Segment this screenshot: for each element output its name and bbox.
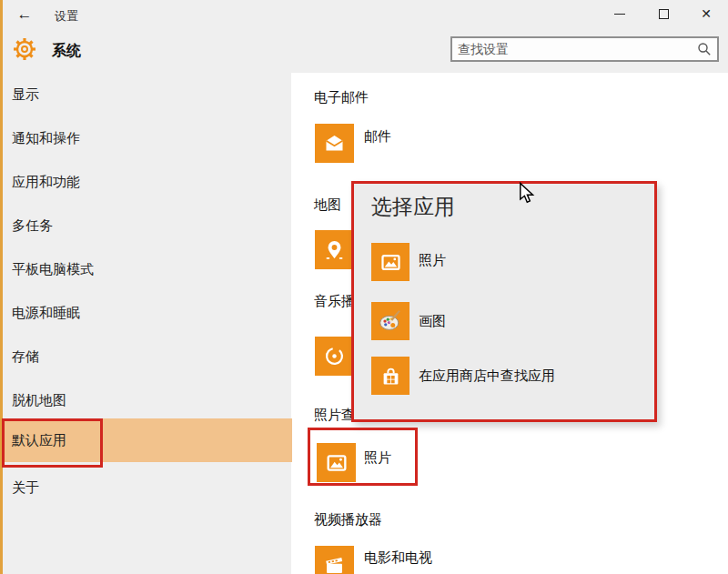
popup-item-photos-label[interactable]: 照片 bbox=[419, 252, 446, 269]
movies-icon bbox=[322, 553, 347, 574]
popup-item-photos-tile[interactable] bbox=[371, 243, 410, 281]
mail-app-tile[interactable] bbox=[315, 124, 354, 163]
search-icon[interactable] bbox=[695, 42, 713, 56]
photos-icon bbox=[324, 450, 349, 476]
photos-app-label[interactable]: 照片 bbox=[364, 449, 391, 467]
section-header-email: 电子邮件 bbox=[314, 89, 369, 106]
maps-app-tile[interactable] bbox=[315, 230, 354, 269]
gear-icon bbox=[12, 36, 37, 62]
sidebar-item-offline-maps[interactable]: 脱机地图 bbox=[3, 378, 292, 422]
mail-app-label[interactable]: 邮件 bbox=[364, 128, 391, 146]
music-icon bbox=[322, 344, 347, 368]
sidebar-item-multitasking[interactable]: 多任务 bbox=[3, 204, 292, 247]
sidebar-item-default-apps[interactable]: 默认应用 bbox=[3, 418, 292, 462]
search-box[interactable] bbox=[450, 36, 719, 62]
sidebar-item-notifications[interactable]: 通知和操作 bbox=[3, 116, 292, 160]
popup-item-paint-label[interactable]: 画图 bbox=[419, 313, 446, 330]
popup-item-paint-tile[interactable] bbox=[371, 302, 410, 340]
section-header-video-player: 视频播放器 bbox=[314, 511, 382, 529]
sidebar-item-about[interactable]: 关于 bbox=[3, 466, 292, 509]
close-icon: ✕ bbox=[701, 7, 712, 20]
page-title: 系统 bbox=[52, 42, 81, 61]
search-input[interactable] bbox=[452, 42, 695, 56]
close-button[interactable]: ✕ bbox=[687, 0, 725, 27]
sidebar-item-display[interactable]: 显示 bbox=[3, 73, 292, 116]
back-arrow-icon: ← bbox=[17, 5, 33, 24]
popup-title: 选择应用 bbox=[371, 193, 455, 221]
photos-app-tile[interactable] bbox=[317, 443, 356, 482]
sidebar-item-tablet-mode[interactable]: 平板电脑模式 bbox=[3, 247, 292, 291]
sidebar-item-apps-features[interactable]: 应用和功能 bbox=[3, 160, 292, 204]
movies-app-label[interactable]: 电影和电视 bbox=[364, 549, 432, 567]
store-icon bbox=[379, 364, 403, 388]
maximize-button[interactable] bbox=[644, 0, 682, 27]
minimize-button[interactable] bbox=[601, 0, 639, 27]
back-button[interactable]: ← bbox=[11, 2, 38, 27]
maps-icon bbox=[322, 237, 347, 262]
paint-icon bbox=[377, 307, 404, 335]
mail-icon bbox=[322, 131, 347, 156]
movies-app-tile[interactable] bbox=[315, 546, 354, 574]
settings-window: ← 设置 ✕ 系统 显 bbox=[0, 0, 728, 574]
maximize-icon bbox=[659, 9, 669, 19]
section-header-maps: 地图 bbox=[314, 196, 341, 214]
sidebar-item-power-sleep[interactable]: 电源和睡眠 bbox=[3, 291, 292, 335]
minimize-icon bbox=[614, 14, 625, 15]
mouse-cursor bbox=[519, 182, 535, 209]
sidebar-item-storage[interactable]: 存储 bbox=[3, 335, 292, 378]
choose-app-popup: 选择应用 照片 画图 bbox=[351, 181, 657, 422]
photos-icon bbox=[379, 250, 403, 275]
popup-item-store-tile[interactable] bbox=[371, 357, 410, 395]
window-title: 设置 bbox=[55, 8, 78, 25]
music-app-tile[interactable] bbox=[315, 337, 354, 376]
popup-item-store-label[interactable]: 在应用商店中查找应用 bbox=[419, 368, 555, 385]
